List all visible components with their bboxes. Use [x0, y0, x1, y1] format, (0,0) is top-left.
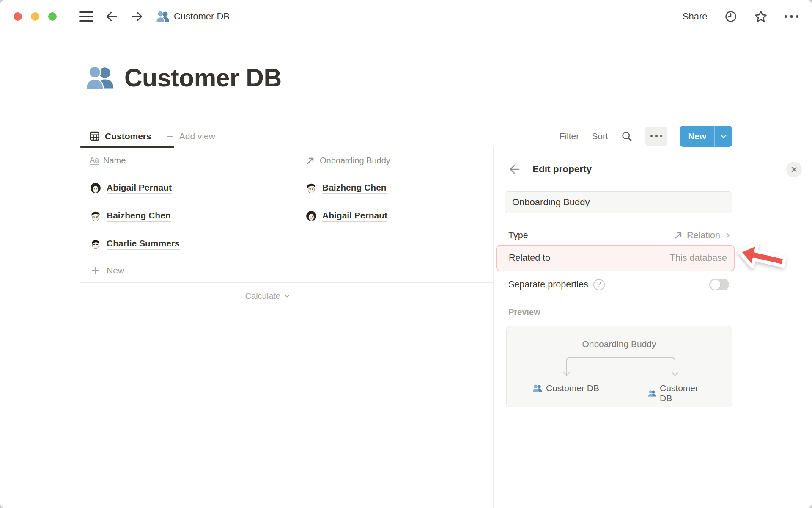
forward-arrow-icon[interactable] [130, 9, 144, 24]
calculate-label: Calculate [245, 291, 280, 301]
back-arrow-icon[interactable] [104, 9, 119, 24]
relation-arrow-icon [673, 230, 683, 240]
type-row[interactable]: Type Relation [508, 225, 732, 246]
filter-button[interactable]: Filter [560, 131, 579, 141]
people-icon [648, 389, 656, 398]
sidebar-menu-icon[interactable] [79, 11, 93, 22]
relation-arrow-icon [305, 156, 315, 166]
preview-db-label: Customer DB [546, 383, 599, 393]
preview-section-label: Preview [508, 307, 540, 317]
page-title[interactable]: Customer DB [124, 64, 282, 92]
avatar-baizheng [305, 182, 317, 194]
view-toolbar: Customers Add view Filter Sort New [80, 125, 732, 147]
separate-properties-row: Separate properties ? [508, 274, 729, 295]
tab-label: Customers [105, 131, 151, 141]
column-buddy-label: Onboarding Buddy [320, 156, 390, 166]
breadcrumb-page-icon [156, 10, 170, 23]
avatar-abigail [305, 210, 317, 222]
avatar-abigail [90, 182, 102, 194]
panel-title: Edit property [532, 164, 592, 175]
new-record-button[interactable]: New [680, 126, 732, 147]
close-icon[interactable] [786, 162, 802, 177]
panel-back-arrow-icon[interactable] [508, 163, 521, 176]
related-to-row-highlighted[interactable]: Related to This database [496, 245, 735, 271]
preview-relation-name: Onboarding Buddy [507, 339, 732, 349]
table-view-icon [89, 130, 100, 142]
column-header-onboarding-buddy[interactable]: Onboarding Buddy [296, 147, 493, 174]
page-link[interactable]: Abigail Pernaut [107, 182, 172, 194]
favorite-star-icon[interactable] [754, 10, 768, 23]
relation-link[interactable]: Baizheng Chen [322, 182, 387, 194]
new-row-button[interactable]: New [80, 258, 493, 283]
minimize-window-button[interactable] [31, 12, 39, 21]
separate-properties-toggle[interactable] [709, 279, 729, 290]
history-clock-icon[interactable] [724, 10, 737, 23]
people-icon [532, 384, 542, 393]
chevron-down-icon [283, 292, 291, 300]
new-button-chevron-down-icon[interactable] [715, 126, 732, 147]
text-property-icon: Aa [90, 156, 99, 165]
chevron-right-icon [724, 231, 732, 240]
plus-icon [91, 265, 101, 276]
sort-button[interactable]: Sort [592, 131, 608, 141]
search-icon[interactable] [621, 130, 633, 142]
customers-table: Aa Name Onboarding Buddy Abigail Pernaut… [80, 147, 493, 309]
related-to-value: This database [670, 253, 727, 263]
property-name-input[interactable] [505, 191, 732, 213]
cell-name[interactable]: Baizheng Chen [80, 202, 296, 230]
page-link[interactable]: Charlie Summers [107, 238, 180, 250]
preview-database-left: Customer DB [532, 383, 599, 393]
relation-preview-box: Onboarding Buddy Customer DB Customer DB [506, 326, 732, 407]
avatar-baizheng [90, 210, 102, 222]
help-question-icon[interactable]: ? [593, 279, 605, 290]
close-window-button[interactable] [14, 12, 22, 21]
add-view-label: Add view [179, 131, 215, 141]
new-button-label[interactable]: New [680, 126, 714, 147]
table-header-row: Aa Name Onboarding Buddy [80, 147, 493, 174]
preview-db-label: Customer DB [660, 383, 704, 403]
avatar-charlie [90, 238, 102, 250]
plus-icon [165, 131, 175, 141]
relation-link[interactable]: Abigail Pernaut [322, 210, 387, 222]
add-view-button[interactable]: Add view [165, 131, 215, 141]
cell-buddy[interactable]: Abigail Pernaut [296, 202, 493, 230]
table-row: Charlie Summers [80, 230, 493, 258]
type-label: Type [508, 230, 528, 241]
calculate-row: Calculate [80, 283, 493, 309]
relation-bracket-arrows [563, 353, 678, 379]
more-options-icon[interactable] [785, 15, 799, 18]
column-name-label: Name [103, 156, 126, 166]
page-link[interactable]: Baizheng Chen [107, 210, 171, 222]
column-header-name[interactable]: Aa Name [80, 147, 296, 174]
edit-property-panel: Edit property Type Relation Related to T… [493, 147, 812, 508]
page-icon-people[interactable] [85, 64, 114, 92]
cell-buddy-empty[interactable] [296, 230, 493, 258]
share-button[interactable]: Share [683, 11, 708, 22]
preview-database-right: Customer DB [648, 383, 704, 403]
table-row: Abigail Pernaut Baizheng Chen [80, 174, 493, 202]
new-row-label: New [107, 265, 124, 276]
notion-window: Customer DB Share Customer DB Customers … [0, 0, 812, 508]
related-to-label: Related to [509, 253, 550, 263]
calculate-button[interactable]: Calculate [80, 283, 296, 309]
table-row: Baizheng Chen Abigail Pernaut [80, 202, 493, 230]
cell-name[interactable]: Abigail Pernaut [80, 174, 296, 202]
separate-properties-label: Separate properties [508, 279, 588, 290]
type-value: Relation [687, 230, 720, 241]
view-options-button[interactable] [645, 127, 667, 146]
cell-name[interactable]: Charlie Summers [80, 230, 296, 258]
breadcrumb-page-title[interactable]: Customer DB [174, 11, 230, 22]
window-titlebar: Customer DB Share [0, 0, 812, 33]
zoom-window-button[interactable] [48, 12, 57, 21]
cell-buddy[interactable]: Baizheng Chen [296, 174, 493, 202]
tab-customers[interactable]: Customers [80, 130, 151, 142]
annotation-arrow-red [735, 241, 790, 282]
